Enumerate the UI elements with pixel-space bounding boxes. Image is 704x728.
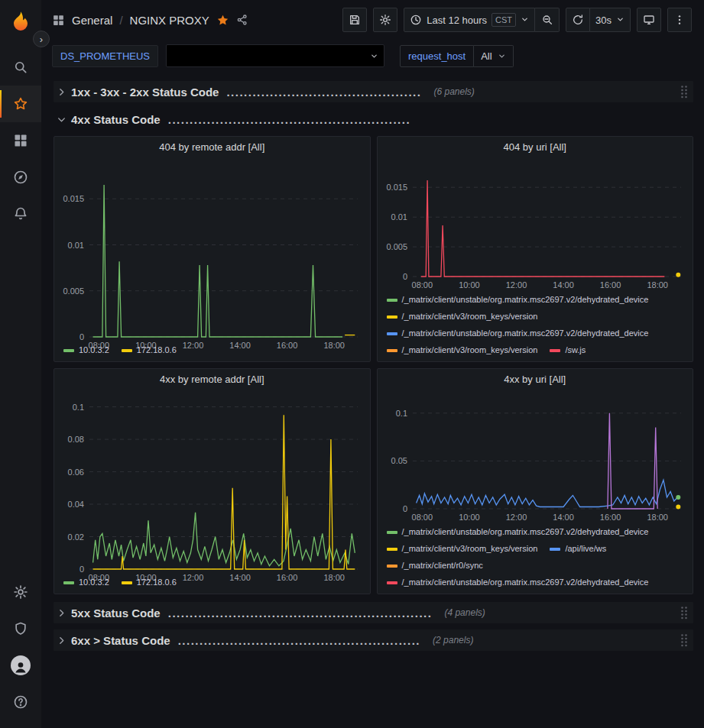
panel-title[interactable]: 404 by remote addr [All] [54,137,370,157]
sidebar-item-dashboards[interactable] [0,122,41,159]
legend-item[interactable]: /sw.js [550,345,586,355]
sidebar-item-help[interactable] [0,684,41,720]
row-panel-count: (4 panels) [444,607,485,618]
clock-icon [410,14,422,26]
legend-label: 10.0.3.2 [79,578,109,587]
chart-legend: 10.0.3.2172.18.0.6 [54,341,370,361]
legend-item[interactable]: /_matrix/client/v3/room_keys/version [387,544,538,554]
legend-marker [387,531,397,534]
sidebar-item-profile[interactable] [0,647,41,684]
timeseries-chart[interactable]: 00.0050.010.01508:0010:0012:0014:0016:00… [381,159,689,291]
svg-text:0.015: 0.015 [386,183,407,192]
favorite-star-button[interactable] [216,14,229,27]
breadcrumb-dashboard-title[interactable]: NGINX PROXY [130,14,209,27]
svg-text:10:00: 10:00 [459,513,480,522]
row-5xx[interactable]: 5xx Status Code ........................… [54,602,693,623]
legend-item[interactable]: /_matrix/client/unstable/org.matrix.msc2… [387,527,649,537]
legend-label: /api/live/ws [565,544,606,554]
time-range-picker[interactable]: Last 12 hours CST [404,8,535,32]
topbar-actions: Last 12 hours CST 30s [342,8,692,32]
tv-mode-button[interactable] [637,8,661,32]
svg-text:14:00: 14:00 [553,513,574,522]
row-panel-count: (2 panels) [433,635,473,645]
row-4xx[interactable]: 4xx Status Code ........................… [54,108,693,130]
svg-text:0: 0 [402,504,407,513]
row-title: 4xx Status Code [71,113,161,126]
datasource-variable-select[interactable] [166,44,384,67]
sidebar-item-search[interactable] [0,49,41,86]
sidebar-item-configuration[interactable] [0,574,41,610]
row-title-dots: ........................................… [226,86,421,99]
kebab-menu-button[interactable] [667,8,692,32]
refresh-interval-dropdown[interactable]: 30s [590,8,631,32]
legend-marker [387,315,397,319]
chevron-right-icon [57,636,67,645]
panel-grid: 404 by remote addr [All] 00.0050.010.015… [54,136,693,594]
legend-marker [122,581,132,584]
timeseries-chart[interactable]: 00.0050.010.01508:0010:0012:0014:0016:00… [57,159,365,341]
breadcrumb-folder[interactable]: General [72,14,112,27]
legend-marker [550,349,560,352]
sidebar-item-server-admin[interactable] [0,610,41,647]
legend-label: /_matrix/client/r0/sync [402,561,483,571]
legend-item[interactable]: 10.0.3.2 [63,345,109,355]
legend-marker [387,299,397,302]
sidebar-item-explore[interactable] [0,159,41,196]
svg-text:14:00: 14:00 [553,280,574,290]
row-drag-handle[interactable] [678,85,690,99]
row-1xx-3xx-2xx[interactable]: 1xx - 3xx - 2xx Status Code ............… [54,81,693,102]
timeseries-chart[interactable]: 00.050.108:0010:0012:0014:0016:0018:00 [381,391,689,523]
svg-text:0: 0 [79,332,84,341]
legend-item[interactable]: /_matrix/client/unstable/org.matrix.msc2… [387,578,649,587]
sidebar-expand-button[interactable]: › [33,31,50,47]
legend-item[interactable]: /_matrix/client/unstable/org.matrix.msc2… [387,328,649,338]
legend-item[interactable]: 172.18.0.6 [122,345,177,355]
legend-item[interactable]: /_matrix/client/r0/sync [387,561,483,571]
svg-text:18:00: 18:00 [647,280,668,290]
row-drag-handle[interactable] [678,633,690,647]
monitor-icon [643,14,655,26]
panel-title[interactable]: 4xx by remote addr [All] [54,369,370,390]
refresh-interval-label: 30s [595,15,612,26]
zoom-out-button[interactable] [535,8,560,32]
row-drag-handle[interactable] [678,606,690,620]
svg-text:12:00: 12:00 [505,513,527,522]
compass-icon [13,170,28,185]
panel-title[interactable]: 4xx by uri [All] [378,369,693,390]
panel-4xx-by-remote-addr: 4xx by remote addr [All] 00.020.040.060.… [54,368,371,594]
chart-svg: 00.020.040.060.080.108:0010:0012:0014:00… [57,391,365,584]
dashboard-settings-button[interactable] [373,8,397,32]
sidebar-item-alerting[interactable] [0,196,41,232]
share-button[interactable] [236,14,248,26]
legend-marker [387,332,397,335]
panel-4xx-by-uri: 4xx by uri [All] 00.050.108:0010:0012:00… [377,368,694,594]
kebab-icon [673,14,686,26]
chevron-right-icon [57,87,67,97]
row-panel-count: (6 panels) [433,86,474,97]
svg-text:0.02: 0.02 [68,532,84,542]
row-6xx[interactable]: 6xx > Status Code ......................… [54,629,693,651]
svg-text:08:00: 08:00 [411,513,433,522]
legend-item[interactable]: 172.18.0.6 [122,578,177,587]
sidebar-item-starred[interactable] [0,86,41,122]
chevron-down-icon [521,15,529,26]
timeseries-chart[interactable]: 00.020.040.060.080.108:0010:0012:0014:00… [57,391,365,574]
save-dashboard-button[interactable] [342,8,367,32]
request-host-variable-select[interactable]: All [474,45,513,67]
dashboard-topbar: General / NGINX PROXY [41,0,704,40]
panel-title[interactable]: 404 by uri [All] [378,137,693,157]
timezone-badge: CST [492,13,516,27]
legend-marker [63,349,74,352]
legend-item[interactable]: /api/live/ws [550,544,606,554]
legend-item[interactable]: /_matrix/client/unstable/org.matrix.msc2… [387,295,649,305]
chevron-down-icon [498,52,506,60]
legend-item[interactable]: /_matrix/client/v3/room_keys/version [387,345,538,355]
legend-label: 172.18.0.6 [137,578,177,587]
row-title: 1xx - 3xx - 2xx Status Code [71,86,219,99]
refresh-button[interactable] [566,8,590,32]
legend-item[interactable]: 10.0.3.2 [63,578,109,587]
request-host-variable-label[interactable]: request_host [400,45,474,67]
legend-item[interactable]: /_matrix/client/v3/room_keys/version [387,312,538,322]
datasource-variable-label[interactable]: DS_PROMETHEUS [52,45,158,67]
dashboard-content: 1xx - 3xx - 2xx Status Code ............… [41,75,704,728]
